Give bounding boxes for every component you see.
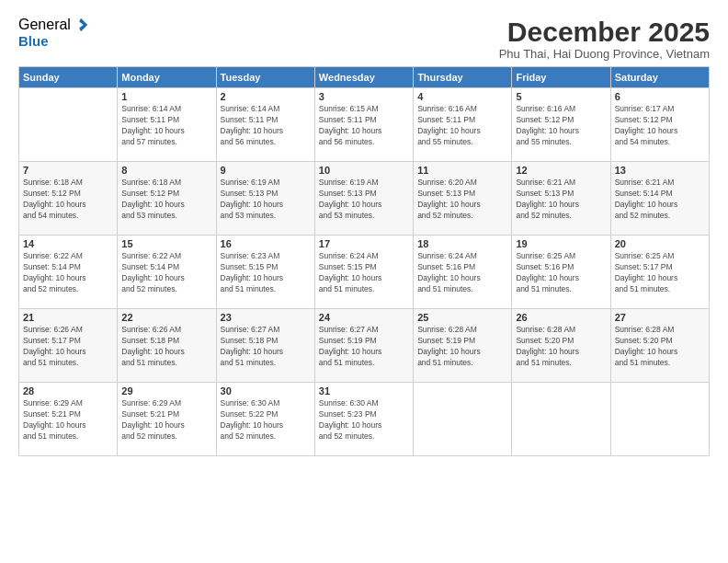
day-number: 30 (221, 385, 311, 396)
day-info: Sunrise: 6:20 AM Sunset: 5:13 PM Dayligh… (417, 178, 507, 222)
day-info: Sunrise: 6:26 AM Sunset: 5:18 PM Dayligh… (121, 325, 211, 369)
day-number: 3 (319, 91, 409, 102)
day-number: 21 (23, 312, 113, 323)
day-info: Sunrise: 6:24 AM Sunset: 5:16 PM Dayligh… (417, 251, 507, 295)
day-number: 16 (221, 238, 311, 249)
header-saturday: Saturday (610, 67, 709, 88)
header-sunday: Sunday (19, 67, 118, 88)
day-number: 31 (319, 385, 409, 396)
day-number: 14 (23, 238, 113, 249)
day-info: Sunrise: 6:24 AM Sunset: 5:15 PM Dayligh… (319, 251, 409, 295)
calendar-cell: 2Sunrise: 6:14 AM Sunset: 5:11 PM Daylig… (216, 88, 314, 162)
calendar-cell: 23Sunrise: 6:27 AM Sunset: 5:18 PM Dayli… (216, 309, 314, 383)
day-info: Sunrise: 6:27 AM Sunset: 5:19 PM Dayligh… (319, 325, 409, 369)
day-info: Sunrise: 6:23 AM Sunset: 5:15 PM Dayligh… (221, 251, 311, 295)
calendar-cell: 13Sunrise: 6:21 AM Sunset: 5:14 PM Dayli… (610, 162, 709, 236)
day-info: Sunrise: 6:21 AM Sunset: 5:13 PM Dayligh… (516, 178, 606, 222)
logo-blue-text: Blue (18, 33, 49, 50)
calendar-cell: 14Sunrise: 6:22 AM Sunset: 5:14 PM Dayli… (19, 236, 118, 309)
header-row: Sunday Monday Tuesday Wednesday Thursday… (19, 67, 710, 88)
day-number: 25 (417, 312, 507, 323)
calendar-week-5: 28Sunrise: 6:29 AM Sunset: 5:21 PM Dayli… (19, 383, 710, 456)
calendar-cell: 15Sunrise: 6:22 AM Sunset: 5:14 PM Dayli… (118, 236, 216, 309)
logo-blue: Blue (18, 33, 49, 49)
day-number: 9 (221, 165, 311, 176)
calendar-cell: 8Sunrise: 6:18 AM Sunset: 5:12 PM Daylig… (118, 162, 216, 236)
calendar-cell: 6Sunrise: 6:17 AM Sunset: 5:12 PM Daylig… (610, 88, 709, 162)
day-number: 26 (516, 312, 606, 323)
day-info: Sunrise: 6:14 AM Sunset: 5:11 PM Dayligh… (221, 104, 311, 148)
calendar-cell: 11Sunrise: 6:20 AM Sunset: 5:13 PM Dayli… (414, 162, 512, 236)
day-info: Sunrise: 6:29 AM Sunset: 5:21 PM Dayligh… (23, 398, 113, 442)
day-info: Sunrise: 6:17 AM Sunset: 5:12 PM Dayligh… (615, 104, 705, 148)
day-info: Sunrise: 6:22 AM Sunset: 5:14 PM Dayligh… (23, 251, 113, 295)
day-number: 5 (516, 91, 606, 102)
calendar-cell: 30Sunrise: 6:30 AM Sunset: 5:22 PM Dayli… (216, 383, 314, 456)
day-info: Sunrise: 6:16 AM Sunset: 5:11 PM Dayligh… (417, 104, 507, 148)
day-info: Sunrise: 6:19 AM Sunset: 5:13 PM Dayligh… (319, 178, 409, 222)
location-subtitle: Phu Thai, Hai Duong Province, Vietnam (499, 47, 710, 61)
day-info: Sunrise: 6:30 AM Sunset: 5:23 PM Dayligh… (319, 398, 409, 442)
header-monday: Monday (118, 67, 216, 88)
calendar-cell (512, 383, 610, 456)
calendar-page: General Blue December 2025 Phu Thai, Hai… (0, 0, 728, 563)
calendar-cell: 17Sunrise: 6:24 AM Sunset: 5:15 PM Dayli… (314, 236, 413, 309)
day-number: 22 (121, 312, 211, 323)
calendar-cell: 18Sunrise: 6:24 AM Sunset: 5:16 PM Dayli… (414, 236, 512, 309)
calendar-cell: 5Sunrise: 6:16 AM Sunset: 5:12 PM Daylig… (512, 88, 610, 162)
day-number: 24 (319, 312, 409, 323)
calendar-cell: 10Sunrise: 6:19 AM Sunset: 5:13 PM Dayli… (314, 162, 413, 236)
day-number: 20 (615, 238, 705, 249)
day-number: 19 (516, 238, 606, 249)
calendar-cell: 20Sunrise: 6:25 AM Sunset: 5:17 PM Dayli… (610, 236, 709, 309)
logo-general: General (18, 17, 71, 33)
calendar-cell: 29Sunrise: 6:29 AM Sunset: 5:21 PM Dayli… (118, 383, 216, 456)
header-thursday: Thursday (414, 67, 512, 88)
day-number: 8 (121, 165, 211, 176)
day-number: 17 (319, 238, 409, 249)
calendar-cell: 19Sunrise: 6:25 AM Sunset: 5:16 PM Dayli… (512, 236, 610, 309)
calendar-cell (19, 88, 118, 162)
calendar-cell: 28Sunrise: 6:29 AM Sunset: 5:21 PM Dayli… (19, 383, 118, 456)
calendar-week-2: 7Sunrise: 6:18 AM Sunset: 5:12 PM Daylig… (19, 162, 710, 236)
day-info: Sunrise: 6:25 AM Sunset: 5:17 PM Dayligh… (615, 251, 705, 295)
day-info: Sunrise: 6:18 AM Sunset: 5:12 PM Dayligh… (121, 178, 211, 222)
day-info: Sunrise: 6:15 AM Sunset: 5:11 PM Dayligh… (319, 104, 409, 148)
calendar-cell: 7Sunrise: 6:18 AM Sunset: 5:12 PM Daylig… (19, 162, 118, 236)
calendar-cell (414, 383, 512, 456)
day-number: 23 (221, 312, 311, 323)
day-info: Sunrise: 6:21 AM Sunset: 5:14 PM Dayligh… (615, 178, 705, 222)
header-wednesday: Wednesday (314, 67, 413, 88)
title-section: December 2025 Phu Thai, Hai Duong Provin… (499, 17, 710, 61)
calendar-cell (610, 383, 709, 456)
calendar-cell: 3Sunrise: 6:15 AM Sunset: 5:11 PM Daylig… (314, 88, 413, 162)
calendar-cell: 9Sunrise: 6:19 AM Sunset: 5:13 PM Daylig… (216, 162, 314, 236)
calendar-cell: 21Sunrise: 6:26 AM Sunset: 5:17 PM Dayli… (19, 309, 118, 383)
day-info: Sunrise: 6:18 AM Sunset: 5:12 PM Dayligh… (23, 178, 113, 222)
calendar-cell: 26Sunrise: 6:28 AM Sunset: 5:20 PM Dayli… (512, 309, 610, 383)
day-info: Sunrise: 6:27 AM Sunset: 5:18 PM Dayligh… (221, 325, 311, 369)
day-number: 27 (615, 312, 705, 323)
day-info: Sunrise: 6:19 AM Sunset: 5:13 PM Dayligh… (221, 178, 311, 222)
logo: General Blue (18, 17, 89, 50)
day-info: Sunrise: 6:14 AM Sunset: 5:11 PM Dayligh… (121, 104, 211, 148)
calendar-cell: 12Sunrise: 6:21 AM Sunset: 5:13 PM Dayli… (512, 162, 610, 236)
day-number: 28 (23, 385, 113, 396)
svg-marker-0 (79, 18, 87, 31)
day-info: Sunrise: 6:16 AM Sunset: 5:12 PM Dayligh… (516, 104, 606, 148)
header-tuesday: Tuesday (216, 67, 314, 88)
calendar-cell: 25Sunrise: 6:28 AM Sunset: 5:19 PM Dayli… (414, 309, 512, 383)
calendar-cell: 22Sunrise: 6:26 AM Sunset: 5:18 PM Dayli… (118, 309, 216, 383)
day-info: Sunrise: 6:26 AM Sunset: 5:17 PM Dayligh… (23, 325, 113, 369)
day-number: 11 (417, 165, 507, 176)
day-number: 1 (121, 91, 211, 102)
day-info: Sunrise: 6:28 AM Sunset: 5:19 PM Dayligh… (417, 325, 507, 369)
day-number: 10 (319, 165, 409, 176)
day-number: 13 (615, 165, 705, 176)
day-number: 15 (121, 238, 211, 249)
calendar-cell: 16Sunrise: 6:23 AM Sunset: 5:15 PM Dayli… (216, 236, 314, 309)
day-number: 12 (516, 165, 606, 176)
day-number: 18 (417, 238, 507, 249)
calendar-cell: 4Sunrise: 6:16 AM Sunset: 5:11 PM Daylig… (414, 88, 512, 162)
day-number: 2 (221, 91, 311, 102)
